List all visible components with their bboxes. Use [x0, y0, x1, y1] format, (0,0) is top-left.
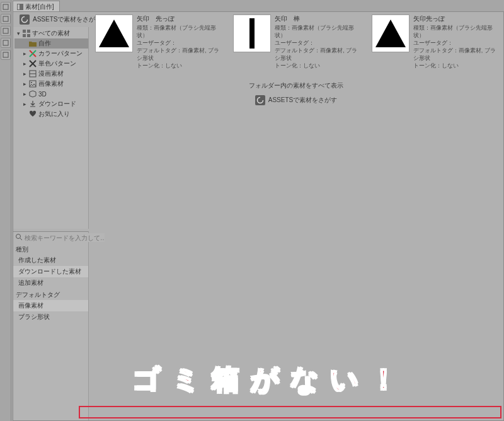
svg-rect-3 [3, 40, 8, 45]
show-all-link[interactable]: フォルダー内の素材をすべて表示 [249, 81, 343, 90]
sidebar-item-label: 漫画素材 [38, 69, 64, 78]
material-tone: トーン化：しない [275, 62, 362, 69]
sidebar-item-label: カラーパターン [38, 49, 83, 58]
material-item[interactable]: 矢印 棒 種類：画像素材（ブラシ先端形状） ユーザータグ： デフォルトタグ：画像… [233, 14, 362, 69]
svg-rect-0 [3, 4, 8, 9]
material-usertag: ユーザータグ： [275, 39, 362, 47]
material-row: 矢印 先っぽ 種類：画像素材（ブラシ先端形状） ユーザータグ： デフォルトタグ：… [95, 14, 501, 69]
material-thumb [233, 14, 271, 52]
material-tone: トーン化：しない [137, 62, 224, 69]
filter-tag-head: デフォルトタグ [13, 289, 88, 300]
svg-rect-22 [249, 18, 255, 49]
tool-button-1[interactable] [1, 2, 11, 12]
tool-button-3[interactable] [1, 26, 11, 36]
svg-rect-7 [23, 30, 26, 33]
chevron-right-icon: ▸ [22, 91, 27, 97]
chevron-right-icon: ▸ [22, 61, 27, 67]
search-icon [15, 233, 23, 242]
svg-rect-10 [27, 34, 30, 37]
folder-icon [29, 40, 37, 47]
material-item[interactable]: 矢印 先っぽ 種類：画像素材（ブラシ先端形状） ユーザータグ： デフォルトタグ：… [95, 14, 224, 69]
material-meta: 矢印 棒 種類：画像素材（ブラシ先端形状） ユーザータグ： デフォルトタグ：画像… [275, 14, 362, 69]
material-item[interactable]: 矢印先っぽ 種類：画像素材（ブラシ先端形状） ユーザータグ： デフォルトタグ：画… [372, 14, 501, 69]
sidebar-item-image[interactable]: ▸ 画像素材 [14, 79, 88, 89]
material-thumb [372, 14, 410, 52]
sidebar-item-label: 3D [38, 91, 47, 98]
material-tree: ▾ すべての素材 自作 ▸ カラーパターン ▸ 単色パタ [13, 27, 88, 119]
filter-tag-image[interactable]: 画像素材 [13, 300, 88, 311]
panel-icon [17, 4, 23, 10]
sidebar-item-label: ダウンロード [38, 100, 76, 108]
material-meta: 矢印先っぽ 種類：画像素材（ブラシ先端形状） ユーザータグ： デフォルトタグ：画… [413, 14, 501, 69]
chevron-right-icon: ▸ [22, 50, 27, 57]
filter-tag-brush[interactable]: ブラシ形状 [13, 311, 88, 323]
annotation-highlight-box [79, 406, 501, 418]
tree-root-all[interactable]: ▾ すべての素材 [14, 28, 88, 38]
filter-kind-head: 種別 [13, 243, 88, 255]
materials-panel: ASSETSで素材をさがす ▾ すべての素材 自作 ▸ カラーパターン [13, 11, 504, 421]
material-thumb [95, 14, 133, 52]
sidebar-item-manga[interactable]: ▸ 漫画素材 [14, 69, 88, 79]
left-tool-strip [0, 0, 11, 421]
content-area: 矢印 先っぽ 種類：画像素材（ブラシ先端形状） ユーザータグ： デフォルトタグ：… [89, 12, 503, 420]
filter-kind-added[interactable]: 追加素材 [13, 277, 88, 289]
tab-bar: 素材[自作] [13, 0, 60, 11]
svg-rect-9 [23, 34, 26, 37]
sidebar-item-download[interactable]: ▸ ダウンロード [14, 99, 88, 109]
tool-button-2[interactable] [1, 14, 11, 24]
sidebar-item-label: 自作 [38, 39, 51, 48]
grid-icon [23, 30, 30, 37]
svg-rect-4 [3, 52, 8, 57]
svg-rect-6 [18, 4, 20, 9]
filter-panel: 種別 作成した素材 ダウンロードした素材 追加素材 デフォルトタグ 画像素材 ブ… [13, 231, 89, 420]
material-deftag: デフォルトタグ：画像素材, ブラシ形状 [413, 47, 501, 62]
material-kind: 種類：画像素材（ブラシ先端形状） [275, 24, 362, 39]
download-icon [29, 100, 37, 108]
material-kind: 種類：画像素材（ブラシ先端形状） [413, 24, 501, 39]
sidebar-item-self[interactable]: 自作 [14, 38, 88, 49]
search-row [13, 232, 88, 243]
sidebar-item-label: 単色パターン [38, 59, 76, 68]
sidebar-item-label: 画像素材 [38, 79, 64, 88]
assets-swirl-icon [20, 14, 30, 25]
svg-marker-21 [99, 20, 129, 47]
chevron-down-icon: ▾ [16, 30, 21, 37]
material-name: 矢印 先っぽ [137, 14, 224, 23]
tab-materials[interactable]: 素材[自作] [13, 1, 60, 11]
chevron-right-icon: ▸ [22, 71, 27, 77]
image-icon [29, 80, 37, 88]
filter-kind-created[interactable]: 作成した素材 [13, 255, 88, 266]
tool-button-5[interactable] [1, 50, 11, 60]
svg-rect-8 [27, 30, 30, 33]
material-name: 矢印 棒 [275, 14, 362, 23]
cube-icon [29, 90, 37, 98]
sidebar-item-label: お気に入り [38, 110, 70, 118]
tree-root-label: すべての素材 [32, 29, 70, 38]
assets-link-label: ASSETSで素材をさがす [268, 96, 337, 105]
material-name: 矢印先っぽ [413, 14, 501, 23]
sidebar-item-colorpattern[interactable]: ▸ カラーパターン [14, 49, 88, 59]
svg-point-18 [31, 82, 32, 83]
manga-icon [29, 70, 37, 78]
mid-links: フォルダー内の素材をすべて表示 ASSETSで素材をさがす [89, 81, 503, 105]
tab-label: 素材[自作] [25, 3, 54, 11]
svg-line-20 [20, 238, 22, 240]
assets-link[interactable]: ASSETSで素材をさがす [255, 95, 337, 105]
tool-button-4[interactable] [1, 38, 11, 48]
sidebar-item-monopattern[interactable]: ▸ 単色パターン [14, 59, 88, 69]
material-meta: 矢印 先っぽ 種類：画像素材（ブラシ先端形状） ユーザータグ： デフォルトタグ：… [137, 14, 224, 69]
chevron-right-icon: ▸ [22, 81, 27, 87]
svg-rect-1 [3, 16, 8, 21]
annotation-text: ゴミ箱がない！ [132, 361, 409, 398]
svg-marker-23 [375, 20, 406, 47]
sidebar-item-3d[interactable]: ▸ 3D [14, 89, 88, 99]
svg-point-19 [16, 234, 21, 239]
svg-rect-2 [3, 28, 8, 33]
material-deftag: デフォルトタグ：画像素材, ブラシ形状 [137, 47, 224, 62]
material-kind: 種類：画像素材（ブラシ先端形状） [137, 24, 224, 39]
x-color-icon [29, 50, 37, 57]
filter-kind-downloaded[interactable]: ダウンロードした素材 [13, 266, 88, 277]
material-tone: トーン化：しない [413, 62, 501, 69]
sidebar: ▾ すべての素材 自作 ▸ カラーパターン ▸ 単色パタ [13, 27, 89, 229]
sidebar-item-favorite[interactable]: お気に入り [14, 109, 88, 119]
